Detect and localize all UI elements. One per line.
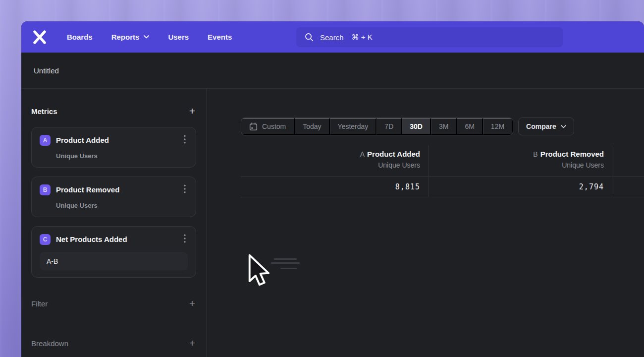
metric-options-button[interactable] [182,183,188,196]
kebab-icon [184,184,186,193]
column-subtitle: Unique Users [429,161,604,169]
metrics-results-table: AProduct Added Unique Users BProduct Rem… [241,145,644,197]
column-subtitle: Unique Users [241,161,420,169]
metric-name: Net Products Added [56,235,127,243]
top-nav: Boards Reports Users Events Search ⌘ + K [21,21,644,53]
range-label: 30D [410,122,423,130]
metrics-section-header: Metrics + [31,104,196,118]
metric-card-c[interactable]: C Net Products Added A-B [31,226,196,278]
metric-name: Product Removed [56,185,119,194]
cursor-motion-streak [280,268,297,269]
search-icon [305,33,314,42]
date-range-picker: Custom Today Yesterday 7D 30D 3M 6M 12M [241,118,513,135]
range-custom[interactable]: Custom [241,118,295,135]
column-badge: A [360,150,365,158]
metric-measurement[interactable]: Unique Users [56,202,188,209]
filter-section-header: Filter + [31,297,196,310]
metric-badge: C [40,234,51,245]
column-title: AProduct Added [241,150,420,158]
column-name: Product Removed [540,150,604,158]
range-3m[interactable]: 3M [431,118,457,135]
value-cell-b[interactable]: 2,794 [429,177,612,197]
value-cell-a[interactable]: 8,815 [241,177,429,197]
metric-card-title-row: B Product Removed [40,183,188,196]
range-30d-selected[interactable]: 30D [402,118,431,135]
column-header-b[interactable]: BProduct Removed Unique Users [429,145,612,177]
mixpanel-logo-icon[interactable] [32,30,47,45]
search-input[interactable]: Search ⌘ + K [296,27,563,47]
nav-item-label: Boards [67,33,93,41]
metric-measurement[interactable]: Unique Users [56,152,188,160]
compare-label: Compare [526,122,556,130]
date-toolbar: Custom Today Yesterday 7D 30D 3M 6M 12M … [241,118,574,135]
metric-name: Product Added [56,136,109,144]
value-cell-spacer [612,177,644,197]
range-7d[interactable]: 7D [376,118,402,135]
content-area: Metrics + A Product Added Unique Users [21,89,644,357]
nav-item-events[interactable]: Events [208,33,232,41]
results-panel: Custom Today Yesterday 7D 30D 3M 6M 12M … [207,89,644,357]
range-label: 3M [439,122,448,130]
nav-item-label: Reports [111,33,140,41]
kebab-icon [184,135,186,144]
metric-card-a[interactable]: A Product Added Unique Users [31,127,196,168]
column-header-spacer [612,145,644,177]
range-label: Yesterday [338,122,369,130]
calendar-icon [249,122,258,131]
search-placeholder: Search [320,33,344,42]
column-name: Product Added [367,150,420,158]
filter-label: Filter [31,299,48,308]
range-12m[interactable]: 12M [483,118,513,135]
app-window: Boards Reports Users Events Search ⌘ + K… [21,21,644,357]
column-title: BProduct Removed [429,150,604,158]
report-titlebar: Untitled [21,53,644,89]
add-filter-button[interactable]: + [188,298,196,308]
range-label: Custom [262,122,286,130]
query-sidebar: Metrics + A Product Added Unique Users [21,89,207,357]
range-label: Today [303,122,321,130]
compare-button[interactable]: Compare [518,118,574,135]
add-breakdown-button[interactable]: + [188,338,196,348]
nav-item-boards[interactable]: Boards [67,33,93,41]
nav-item-users[interactable]: Users [168,33,189,41]
nav-item-label: Events [208,33,232,41]
metric-card-title-row: C Net Products Added [40,233,188,245]
kebab-icon [184,234,186,243]
column-header-a[interactable]: AProduct Added Unique Users [241,145,429,177]
nav-item-reports[interactable]: Reports [111,33,150,41]
metric-badge: B [40,184,51,195]
column-badge: B [533,150,537,158]
nav-item-label: Users [168,33,189,41]
range-today[interactable]: Today [295,118,329,135]
chevron-down-icon [144,35,149,39]
add-metric-button[interactable]: + [188,106,196,116]
breakdown-section-header: Breakdown + [31,336,196,350]
metric-card-b[interactable]: B Product Removed Unique Users [31,177,196,217]
metric-card-title-row: A Product Added [40,134,188,146]
metric-badge: A [40,135,51,146]
cursor-motion-streak [271,262,300,264]
cursor-motion-streak [274,258,297,260]
metrics-label: Metrics [31,107,57,116]
metric-options-button[interactable] [182,233,188,245]
metric-options-button[interactable] [182,134,188,146]
range-6m[interactable]: 6M [457,118,483,135]
range-label: 12M [491,122,504,130]
range-yesterday[interactable]: Yesterday [330,118,377,135]
breakdown-label: Breakdown [31,339,68,348]
range-label: 7D [384,122,393,130]
range-label: 6M [465,122,474,130]
chevron-down-icon [561,125,566,128]
search-shortcut: ⌘ + K [352,33,373,42]
formula-input[interactable]: A-B [40,252,188,270]
report-title[interactable]: Untitled [34,66,59,75]
